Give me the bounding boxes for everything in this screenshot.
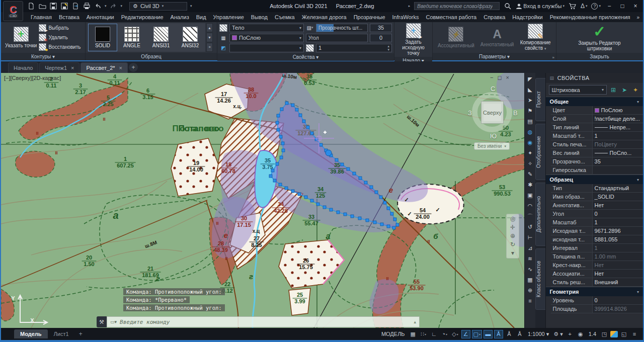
new-file-icon[interactable] bbox=[27, 2, 35, 10]
property-row[interactable]: Уровень0 bbox=[551, 296, 643, 305]
property-value[interactable]: Непре... bbox=[592, 123, 643, 131]
parcel-tool-icon[interactable]: ◤ bbox=[528, 74, 532, 84]
side-tab-1[interactable]: Проект bbox=[535, 78, 545, 121]
clean-screen-icon[interactable]: ◱ bbox=[619, 330, 628, 338]
annotation-scale-icon[interactable]: Å bbox=[515, 330, 524, 338]
section-header[interactable]: Общие▾ bbox=[546, 97, 643, 106]
property-value[interactable]: 9671.2896 bbox=[592, 227, 643, 235]
pattern-swatch-solid[interactable]: SOLID bbox=[89, 24, 117, 51]
grip[interactable] bbox=[280, 108, 283, 111]
grip[interactable] bbox=[277, 114, 280, 117]
layer-override-icon[interactable]: ▨▾ bbox=[306, 24, 314, 32]
doc-minimize-icon[interactable]: − bbox=[490, 74, 493, 81]
intersection-icon[interactable]: ⊕ bbox=[528, 285, 532, 295]
panel-label-contours[interactable]: Контуры ▾ bbox=[1, 53, 85, 60]
palette-header[interactable]: ▤ СВОЙСТВА bbox=[546, 73, 643, 83]
property-value[interactable]: 35 bbox=[592, 157, 643, 165]
property-row[interactable]: Аннотатив...Нет bbox=[551, 201, 643, 210]
viewcube[interactable]: Сверху С В Ю З bbox=[468, 86, 517, 141]
grid-surface-icon[interactable]: ▦ bbox=[527, 275, 532, 285]
command-input[interactable]: ▭▾ Введите команду ▴ bbox=[107, 316, 420, 327]
angle-value[interactable]: 0 bbox=[370, 34, 392, 42]
grip[interactable] bbox=[323, 206, 326, 209]
search-input[interactable]: Введите ключевое слово/фразу bbox=[414, 2, 500, 10]
menu-item-8[interactable]: Вывод bbox=[248, 13, 271, 21]
grip[interactable] bbox=[280, 156, 283, 159]
property-row[interactable]: Имя образ..._SOLID bbox=[551, 193, 643, 201]
menu-item-1[interactable]: Главная bbox=[27, 13, 55, 21]
annotation-autoscale-icon[interactable]: Å bbox=[505, 330, 514, 338]
new-drawing-tab-button[interactable]: + bbox=[129, 63, 138, 72]
property-row[interactable]: Стиль реш...Внешний bbox=[551, 278, 643, 287]
sign-in-button[interactable]: Вход в службы ▾ bbox=[516, 3, 565, 10]
grip[interactable] bbox=[353, 172, 356, 175]
save-icon[interactable] bbox=[49, 2, 57, 10]
grip[interactable] bbox=[291, 190, 294, 193]
grip[interactable] bbox=[375, 191, 378, 194]
steering-wheel-icon[interactable]: ◎ bbox=[510, 216, 515, 222]
property-row[interactable]: Толщина п...1.00 mm bbox=[551, 252, 643, 261]
minimize-button[interactable]: − bbox=[605, 3, 614, 10]
grip[interactable] bbox=[337, 211, 340, 214]
save-as-icon[interactable] bbox=[60, 2, 68, 10]
image-frame-icon[interactable]: ▣ bbox=[527, 190, 532, 200]
geolocation-globe-icon[interactable]: ◍ bbox=[528, 127, 533, 137]
menu-item-6[interactable]: Вид bbox=[193, 13, 210, 21]
grip[interactable] bbox=[276, 162, 279, 165]
property-value[interactable]: 1 bbox=[592, 132, 643, 140]
export-icon[interactable] bbox=[71, 2, 79, 10]
menu-item-15[interactable]: Надстройки bbox=[509, 13, 546, 21]
app-menu-button[interactable]: C C3D bbox=[3, 1, 23, 21]
property-row[interactable]: Ассоциати...Нет bbox=[551, 270, 643, 278]
tab-close-icon[interactable]: × bbox=[119, 65, 122, 71]
point-tool-icon[interactable]: ➤ bbox=[528, 95, 532, 105]
grip[interactable] bbox=[281, 142, 284, 145]
menu-item-2[interactable]: Вставка bbox=[55, 13, 83, 21]
map-canvas[interactable]: 20.1132.1740.1152.2563.151607.251714.261… bbox=[1, 73, 524, 328]
property-value[interactable]: ПоСлою bbox=[592, 106, 643, 114]
menu-item-3[interactable]: Аннотации bbox=[83, 13, 118, 21]
panel-label-properties[interactable]: Свойства ▾ bbox=[217, 53, 394, 61]
search-expand-icon[interactable]: ▸ bbox=[409, 4, 411, 8]
menu-item-10[interactable]: Железная дорога bbox=[298, 13, 350, 21]
undo-icon[interactable] bbox=[94, 2, 102, 10]
drawing-canvas[interactable]: 20.1132.1740.1152.2563.151607.251714.261… bbox=[1, 73, 545, 328]
grip[interactable] bbox=[383, 201, 386, 204]
zoom-icon[interactable]: ⊕ bbox=[510, 233, 515, 239]
grip[interactable] bbox=[359, 177, 362, 180]
add-toggle-icon[interactable]: + bbox=[566, 330, 575, 338]
property-value[interactable]: 0 bbox=[592, 296, 643, 304]
point-group-icon[interactable]: ✱ bbox=[528, 180, 532, 190]
close-button[interactable]: × bbox=[631, 3, 640, 10]
grip[interactable] bbox=[310, 132, 313, 135]
grip[interactable] bbox=[279, 183, 282, 186]
property-value[interactable]: Нет bbox=[592, 270, 643, 278]
grip[interactable] bbox=[285, 187, 288, 190]
gallery-up-icon[interactable]: ▲ bbox=[206, 23, 213, 32]
menu-item-12[interactable]: InfraWorks bbox=[389, 13, 423, 21]
assembly-icon[interactable]: ≡ bbox=[528, 296, 531, 306]
command-recent-icon[interactable]: ▭▾ bbox=[110, 319, 117, 324]
grip[interactable] bbox=[299, 114, 302, 117]
qat-customize-icon[interactable]: ▾ bbox=[190, 4, 192, 8]
side-tab-3[interactable]: Дополнительно bbox=[535, 183, 545, 246]
property-value[interactable]: ПоСло... bbox=[592, 149, 643, 157]
grip[interactable] bbox=[379, 196, 382, 199]
angle-slider[interactable]: Угол bbox=[306, 34, 368, 42]
workspace-gear-icon[interactable]: ⚙ ▾ bbox=[552, 330, 564, 338]
grip[interactable] bbox=[316, 203, 319, 206]
property-row[interactable]: ТипСтандартный bbox=[551, 184, 643, 193]
property-value[interactable]: 5881.055 bbox=[592, 235, 643, 243]
menu-item-14[interactable]: Справка bbox=[480, 13, 509, 21]
property-value[interactable]: 1 bbox=[592, 218, 643, 226]
file-tab-Начало[interactable]: Начало bbox=[8, 62, 38, 73]
pan-icon[interactable]: ✛ bbox=[510, 224, 515, 231]
grid-icon[interactable]: ▦ bbox=[409, 330, 418, 338]
lineweight-icon[interactable]: ▬ bbox=[484, 330, 493, 338]
maximize-button[interactable]: □ bbox=[618, 3, 627, 10]
units-sphere-icon[interactable]: ◉ bbox=[576, 330, 585, 338]
gallery-down-icon[interactable]: ▼ bbox=[206, 33, 213, 42]
pick-points-button[interactable]: + Указать точки bbox=[3, 23, 39, 52]
side-tab-2[interactable]: Отображение bbox=[535, 124, 545, 180]
background-color-select[interactable]: ▾ bbox=[229, 44, 304, 52]
